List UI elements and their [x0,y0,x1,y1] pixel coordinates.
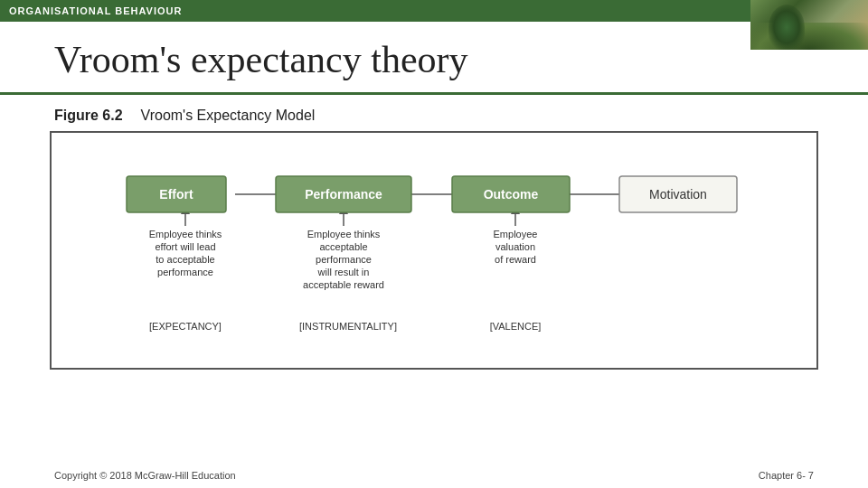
svg-text:Performance: Performance [305,187,382,202]
header-bar: ORGANISATIONAL BEHAVIOUR [0,0,868,22]
chapter-number: Chapter 6- 7 [759,470,814,481]
figure-number: Figure 6.2 [54,108,123,124]
svg-text:of reward: of reward [495,254,536,265]
svg-text:Motivation: Motivation [649,187,707,202]
svg-text:[VALENCE]: [VALENCE] [490,321,542,332]
copyright-text: Copyright © 2018 McGraw-Hill Education [54,470,236,481]
svg-text:will result in: will result in [317,267,370,277]
svg-text:Employee: Employee [494,229,538,239]
header-title: ORGANISATIONAL BEHAVIOUR [9,5,182,16]
diagram-container: Effort Performance Outcome Motivation Em… [50,131,818,370]
svg-text:Effort: Effort [159,187,193,202]
svg-text:acceptable: acceptable [319,241,367,252]
svg-text:[EXPECTANCY]: [EXPECTANCY] [149,321,222,332]
svg-text:Employee thinks: Employee thinks [149,229,222,239]
svg-text:Employee thinks: Employee thinks [307,229,381,239]
diagram-svg: Effort Performance Outcome Motivation Em… [61,149,807,357]
decorative-image [750,0,868,50]
figure-title: Vroom's Expectancy Model [141,108,316,124]
footer: Copyright © 2018 McGraw-Hill Education C… [54,470,814,481]
title-section: Vroom's expectancy theory [0,22,868,95]
svg-text:[INSTRUMENTALITY]: [INSTRUMENTALITY] [299,321,397,332]
svg-text:performance: performance [157,267,213,277]
svg-text:performance: performance [316,254,372,265]
svg-text:acceptable reward: acceptable reward [303,279,384,290]
svg-text:valuation: valuation [495,241,535,252]
svg-text:to acceptable: to acceptable [156,254,214,265]
svg-text:Outcome: Outcome [484,187,539,202]
page-title: Vroom's expectancy theory [54,38,814,81]
svg-text:effort will lead: effort will lead [155,241,215,252]
figure-label-row: Figure 6.2 Vroom's Expectancy Model [0,95,868,131]
